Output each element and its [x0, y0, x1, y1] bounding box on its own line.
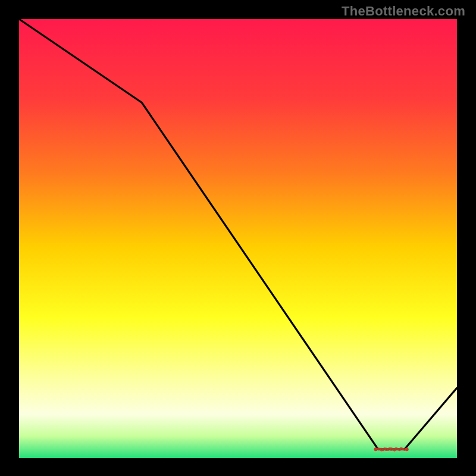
svg-point-18	[405, 447, 409, 451]
svg-point-17	[374, 447, 378, 451]
chart-container: { "watermark": "TheBottleneck.com", "cha…	[0, 0, 476, 476]
plot-background	[19, 19, 457, 458]
bottleneck-chart	[0, 0, 476, 476]
watermark-text: TheBottleneck.com	[342, 4, 465, 19]
